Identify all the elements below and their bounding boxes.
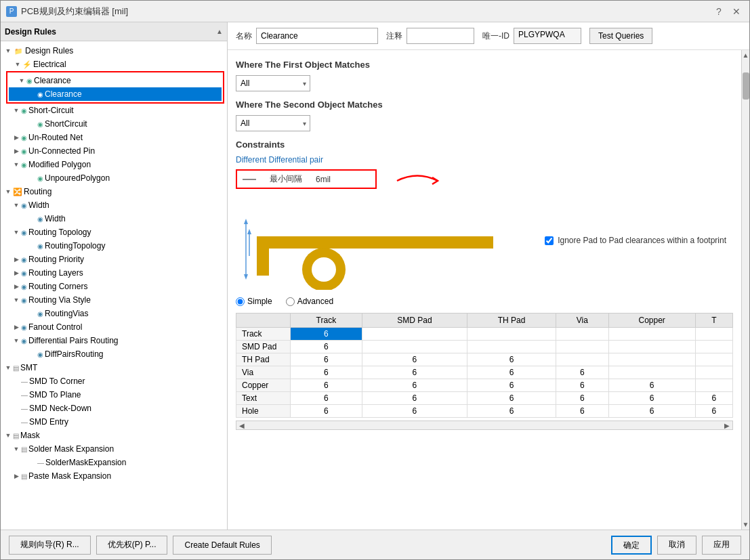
- cancel-button[interactable]: 取消: [657, 536, 696, 555]
- tree-item-un-connected-pin[interactable]: ▶ ◉ Un-Connected Pin: [1, 144, 227, 158]
- tree-item-routing-corners[interactable]: ▶ ◉ Routing Corners: [1, 280, 227, 293]
- expand-icon[interactable]: ▶: [12, 471, 21, 481]
- td-text-smd[interactable]: 6: [362, 392, 467, 405]
- td-track-track[interactable]: 6: [291, 328, 362, 341]
- td-copper-track[interactable]: 6: [291, 379, 362, 392]
- td-text-track[interactable]: 6: [291, 392, 362, 405]
- tree-item-un-routed-net[interactable]: ▶ ◉ Un-Routed Net: [1, 131, 227, 144]
- expand-icon[interactable]: ▶: [12, 268, 21, 278]
- tree-item-modified-polygon[interactable]: ▼ ◉ Modified Polygon: [1, 158, 227, 171]
- td-text-th[interactable]: 6: [467, 392, 556, 405]
- radio-simple-label[interactable]: Simple: [236, 297, 272, 306]
- where-first-select[interactable]: All: [236, 75, 310, 91]
- tree-item-width-child[interactable]: ◉ Width: [1, 212, 227, 225]
- td-th-smd[interactable]: 6: [362, 353, 467, 366]
- tree-item-diff-pairs-child[interactable]: ◉ DiffPairsRouting: [1, 347, 227, 361]
- tree-item-smt[interactable]: ▼ ▤ SMT: [1, 361, 227, 374]
- td-text-via[interactable]: 6: [556, 392, 609, 405]
- test-queries-button[interactable]: Test Queries: [589, 28, 652, 44]
- where-second-select[interactable]: All: [236, 115, 310, 131]
- td-via-copper[interactable]: [608, 366, 695, 379]
- td-smd-th[interactable]: [467, 341, 556, 353]
- tree-container[interactable]: ▼ 📁 Design Rules ▼ ⚡ Electrical ▼: [1, 41, 227, 530]
- td-smd-smd[interactable]: [362, 341, 467, 353]
- comment-input[interactable]: [407, 28, 474, 44]
- td-hole-copper[interactable]: 6: [608, 405, 695, 418]
- expand-icon[interactable]: ▼: [3, 187, 13, 196]
- name-input[interactable]: [256, 28, 378, 44]
- where-second-select-wrapper[interactable]: All: [236, 115, 310, 131]
- expand-icon[interactable]: ▼: [12, 295, 21, 305]
- tree-item-solder-mask-exp[interactable]: ▼ ▤ Solder Mask Expansion: [1, 442, 227, 456]
- td-hole-smd[interactable]: 6: [362, 405, 467, 418]
- tree-item-paste-mask-exp[interactable]: ▶ ▤ Paste Mask Expansion: [1, 469, 227, 483]
- scroll-down-icon[interactable]: ▼: [743, 521, 749, 528]
- tree-item-short-circuit[interactable]: ▼ ◉ Short-Circuit: [1, 104, 227, 117]
- expand-icon[interactable]: ▼: [12, 444, 21, 454]
- td-copper-copper[interactable]: 6: [608, 379, 695, 392]
- apply-button[interactable]: 应用: [702, 536, 741, 555]
- help-button[interactable]: ?: [711, 4, 726, 19]
- scroll-right-icon[interactable]: ▶: [722, 422, 732, 429]
- td-track-via[interactable]: [556, 328, 609, 341]
- expand-icon[interactable]: ▼: [12, 200, 21, 210]
- tree-item-routing-layers[interactable]: ▶ ◉ Routing Layers: [1, 266, 227, 280]
- tree-item-width[interactable]: ▼ ◉ Width: [1, 198, 227, 212]
- expand-icon[interactable]: ▼: [12, 160, 21, 169]
- td-th-t[interactable]: [695, 353, 732, 366]
- tree-item-smt-to-corner[interactable]: — SMD To Corner: [1, 374, 227, 388]
- panel-collapse-icon[interactable]: ▲: [216, 28, 223, 35]
- td-copper-th[interactable]: 6: [467, 379, 556, 392]
- radio-advanced-label[interactable]: Advanced: [286, 297, 333, 306]
- expand-icon[interactable]: ▼: [12, 228, 21, 237]
- expand-icon[interactable]: ▼: [12, 106, 21, 115]
- td-text-copper[interactable]: 6: [608, 392, 695, 405]
- td-via-t[interactable]: [695, 366, 732, 379]
- tree-item-routing-topology[interactable]: ▼ ◉ Routing Topology: [1, 225, 227, 239]
- td-copper-smd[interactable]: 6: [362, 379, 467, 392]
- tree-item-short-circuit-child[interactable]: ◉ ShortCircuit: [1, 117, 227, 131]
- td-track-th[interactable]: [467, 328, 556, 341]
- td-track-t[interactable]: [695, 328, 732, 341]
- ok-button[interactable]: 确定: [611, 536, 652, 555]
- td-hole-via[interactable]: 6: [556, 405, 609, 418]
- radio-advanced[interactable]: [286, 297, 295, 306]
- scroll-up-icon[interactable]: ▲: [743, 51, 749, 59]
- tree-item-smt-neck-down[interactable]: — SMD Neck-Down: [1, 402, 227, 415]
- expand-icon[interactable]: ▼: [12, 336, 21, 345]
- tree-item-routing-vias[interactable]: ◉ RoutingVias: [1, 307, 227, 320]
- expand-icon[interactable]: ▶: [12, 322, 21, 332]
- tree-item-fanout-control[interactable]: ▶ ◉ Fanout Control: [1, 320, 227, 334]
- td-copper-via[interactable]: 6: [556, 379, 609, 392]
- td-track-copper[interactable]: [608, 328, 695, 341]
- td-text-t[interactable]: 6: [695, 392, 732, 405]
- expand-icon[interactable]: ▼: [3, 431, 13, 440]
- td-th-copper[interactable]: [608, 353, 695, 366]
- td-hole-t[interactable]: 6: [695, 405, 732, 418]
- tree-item-solder-mask-exp-child[interactable]: — SolderMaskExpansion: [1, 456, 227, 469]
- expand-icon[interactable]: ▶: [12, 146, 21, 156]
- tree-item-routing[interactable]: ▼ 🔀 Routing: [1, 185, 227, 198]
- ignore-pad-checkbox[interactable]: [545, 236, 554, 245]
- vertical-scrollbar[interactable]: ▲ ▼: [741, 50, 749, 530]
- tree-item-mask[interactable]: ▼ ▤ Mask: [1, 429, 227, 442]
- td-smd-t[interactable]: [695, 341, 732, 353]
- tree-item-routing-priority[interactable]: ▶ ◉ Routing Priority: [1, 253, 227, 266]
- where-first-select-wrapper[interactable]: All: [236, 75, 310, 91]
- tree-item-smt-entry[interactable]: — SMD Entry: [1, 415, 227, 429]
- create-defaults-button[interactable]: Create Default Rules: [173, 536, 271, 555]
- td-smd-track[interactable]: 6: [291, 341, 362, 353]
- close-button[interactable]: ✕: [729, 4, 744, 19]
- expand-icon[interactable]: ▶: [12, 133, 21, 142]
- td-smd-via[interactable]: [556, 341, 609, 353]
- expand-icon[interactable]: ▶: [12, 282, 21, 291]
- td-via-track[interactable]: 6: [291, 366, 362, 379]
- td-smd-copper[interactable]: [608, 341, 695, 353]
- tree-item-clearance-parent[interactable]: ▼ ◉ Clearance: [9, 74, 222, 87]
- tree-item-smt-to-plane[interactable]: — SMD To Plane: [1, 388, 227, 402]
- scroll-left-icon[interactable]: ◀: [236, 422, 247, 429]
- td-track-smd[interactable]: [362, 328, 467, 341]
- td-hole-th[interactable]: 6: [467, 405, 556, 418]
- td-via-th[interactable]: 6: [467, 366, 556, 379]
- tree-item-routing-topology-child[interactable]: ◉ RoutingTopology: [1, 239, 227, 253]
